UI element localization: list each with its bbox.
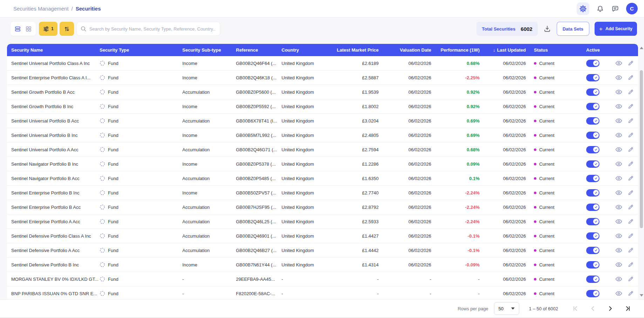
rows-per-page-select[interactable]: 50 (494, 302, 519, 315)
view-button[interactable] (615, 277, 622, 281)
edit-button[interactable] (628, 261, 634, 268)
column-header-country[interactable]: Country (282, 47, 330, 53)
table-row[interactable]: BNP PARIBAS ISSUAN 0% GTD SNR E... Fund … (7, 286, 638, 299)
table-row[interactable]: Sentinel Growth Portfolio B Inc Fund Inc… (7, 99, 638, 114)
view-button[interactable] (615, 176, 622, 181)
column-header-security-type[interactable]: Security Type (100, 47, 182, 53)
view-button[interactable] (615, 161, 622, 166)
edit-button[interactable] (628, 146, 634, 153)
view-button[interactable] (615, 75, 622, 80)
edit-button[interactable] (628, 290, 634, 297)
previous-page-button[interactable] (590, 305, 596, 312)
active-toggle[interactable] (586, 232, 599, 240)
add-security-button[interactable]: + Add Security (595, 22, 637, 36)
view-button[interactable] (615, 205, 622, 210)
view-button[interactable] (615, 147, 622, 152)
column-header-valuation-date[interactable]: Valuation Date (379, 47, 431, 53)
column-header-status[interactable]: Status (526, 47, 578, 53)
column-header-reference[interactable]: Reference (236, 47, 282, 53)
next-page-button[interactable] (607, 305, 614, 312)
active-toggle[interactable] (586, 276, 599, 283)
table-row[interactable]: Sentinel Navigator Portfolio B Acc Fund … (7, 171, 638, 186)
table-row[interactable]: MORGAN STANLEY BV 0% IDX/LKD GT... Fund … (7, 272, 638, 286)
active-toggle[interactable] (586, 204, 599, 211)
edit-button[interactable] (628, 103, 634, 110)
view-button[interactable] (615, 133, 622, 138)
table-row[interactable]: Sentinel Defensive Portfolio A Acc Fund … (7, 243, 638, 258)
scrollbar-down-arrow[interactable] (640, 294, 643, 297)
data-sets-button[interactable]: Data Sets (557, 22, 589, 36)
view-button[interactable] (615, 219, 622, 224)
scrollbar-up-arrow[interactable] (640, 47, 643, 49)
edit-button[interactable] (628, 218, 634, 225)
table-row[interactable]: Sentinel Enterprise Portfolio A Acc Fund… (7, 214, 638, 229)
active-toggle[interactable] (586, 175, 599, 182)
table-row[interactable]: Sentinel Enterprise Portfolio B Acc Fund… (7, 200, 638, 214)
sort-button[interactable] (60, 22, 74, 36)
table-row[interactable]: Sentinel Universal Portfolio B Inc Fund … (7, 128, 638, 143)
first-page-button[interactable] (572, 305, 578, 312)
active-toggle[interactable] (586, 218, 599, 225)
user-avatar[interactable]: C (626, 3, 638, 14)
column-header-last-updated[interactable]: ↓ Last Updated (480, 47, 526, 53)
edit-button[interactable] (628, 74, 634, 81)
active-toggle[interactable] (586, 132, 599, 139)
table-row[interactable]: Sentinel Defensive Portfolio Class A Inc… (7, 229, 638, 243)
settings-button[interactable] (577, 2, 589, 15)
view-button[interactable] (615, 291, 622, 296)
active-toggle[interactable] (586, 247, 599, 254)
view-button[interactable] (615, 104, 622, 109)
active-toggle[interactable] (586, 290, 599, 297)
active-toggle[interactable] (586, 117, 599, 125)
table-row[interactable]: Sentinel Universal Portfolio B Acc Fund … (7, 114, 638, 128)
active-toggle[interactable] (586, 160, 599, 168)
edit-button[interactable] (628, 175, 634, 181)
active-toggle[interactable] (586, 261, 599, 269)
table-row[interactable]: Sentinel Defensive Portfolio B Inc Fund … (7, 258, 638, 272)
table-row[interactable]: Sentinel Enterprise Portfolio Class A I.… (7, 71, 638, 85)
active-toggle[interactable] (586, 103, 599, 110)
edit-button[interactable] (628, 89, 634, 95)
download-button[interactable] (543, 25, 551, 33)
active-toggle[interactable] (586, 60, 599, 67)
list-view-button[interactable] (14, 26, 21, 32)
search-input[interactable] (76, 22, 220, 36)
notifications-button[interactable] (596, 5, 604, 13)
view-button[interactable] (615, 248, 622, 253)
edit-button[interactable] (628, 204, 634, 210)
column-header-active[interactable]: Active (578, 47, 603, 53)
table-row[interactable]: Sentinel Universal Portfolio A Acc Fund … (7, 143, 638, 157)
view-button[interactable] (615, 61, 622, 66)
edit-button[interactable] (628, 161, 634, 167)
column-header-security-name[interactable]: Security Name (7, 47, 100, 53)
edit-button[interactable] (628, 233, 634, 239)
view-button[interactable] (615, 90, 622, 94)
edit-button[interactable] (628, 60, 634, 66)
grid-view-button[interactable] (25, 26, 32, 32)
edit-button[interactable] (628, 190, 634, 196)
breadcrumb-parent[interactable]: Securities Management (13, 6, 69, 12)
column-header-security-subtype[interactable]: Security Sub-type (182, 47, 236, 53)
table-row[interactable]: Sentinel Navigator Portfolio B Inc Fund … (7, 157, 638, 171)
edit-button[interactable] (628, 276, 634, 282)
view-button[interactable] (615, 118, 622, 123)
view-button[interactable] (615, 190, 622, 195)
active-toggle[interactable] (586, 146, 599, 153)
active-toggle[interactable] (586, 189, 599, 197)
filter-button[interactable]: 1 (39, 22, 57, 36)
table-row[interactable]: Sentinel Universal Portfolio Class A Inc… (7, 56, 638, 71)
view-button[interactable] (615, 233, 622, 238)
active-toggle[interactable] (586, 74, 599, 81)
scrollbar-thumb[interactable] (640, 70, 643, 228)
column-header-performance-1w[interactable]: Performance (1W) (431, 47, 480, 53)
last-page-button[interactable] (625, 305, 631, 312)
edit-button[interactable] (628, 247, 634, 253)
table-row[interactable]: Sentinel Growth Portfolio B Acc Fund Acc… (7, 85, 638, 99)
active-toggle[interactable] (586, 88, 599, 96)
edit-button[interactable] (628, 132, 634, 138)
vertical-scrollbar[interactable] (639, 44, 644, 299)
edit-button[interactable] (628, 118, 634, 124)
table-row[interactable]: Sentinel Enterprise Portfolio B Inc Fund… (7, 186, 638, 200)
column-header-latest-market-price[interactable]: Latest Market Price (330, 47, 379, 53)
view-button[interactable] (615, 262, 622, 267)
